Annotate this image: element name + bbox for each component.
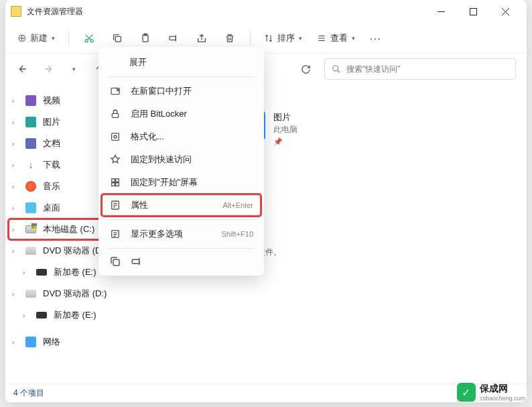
search-box[interactable] <box>324 58 516 80</box>
sort-label: 排序 <box>277 32 295 44</box>
chevron-right-icon: › <box>12 226 21 233</box>
menu-format[interactable]: 格式化... <box>101 125 261 148</box>
shortcut: Alt+Enter <box>222 201 253 209</box>
cut-button[interactable] <box>76 26 103 50</box>
maximize-button[interactable] <box>464 2 482 21</box>
chevron-right-icon: › <box>12 162 21 169</box>
menu-open-new-window[interactable]: 在新窗口中打开 <box>101 80 261 103</box>
context-menu: 展开 在新窗口中打开 启用 BitLocker 格式化... 固定到快速访问 固… <box>98 47 264 276</box>
svg-rect-24 <box>112 179 115 182</box>
sidebar-item-network[interactable]: ›网络 <box>8 331 123 353</box>
tree-label: DVD 驱动器 (D:) <box>43 245 107 257</box>
close-button[interactable] <box>496 2 515 21</box>
chevron-right-icon: › <box>12 290 21 298</box>
svg-rect-26 <box>112 183 115 186</box>
tree-label: 本地磁盘 (C:) <box>43 223 94 235</box>
menu-properties[interactable]: 属性Alt+Enter <box>101 194 261 217</box>
chevron-right-icon: › <box>23 312 32 319</box>
explorer-icon <box>11 6 21 17</box>
titlebar: 文件资源管理器 <box>5 0 527 23</box>
sidebar-item-dvd-d2[interactable]: ›DVD 驱动器 (D:) <box>8 283 123 304</box>
music-icon <box>25 181 36 192</box>
divider <box>68 31 69 46</box>
lock-icon <box>109 108 121 120</box>
watermark-url: zsbaocheng.com <box>480 395 525 402</box>
menu-pin-start[interactable]: 固定到"开始"屏幕 <box>101 171 261 194</box>
svg-rect-25 <box>116 179 119 182</box>
item-name: 图片 <box>273 111 297 123</box>
svg-rect-37 <box>132 259 139 264</box>
sidebar-item-drive-e2[interactable]: ›新加卷 (E:) <box>8 304 123 326</box>
separator <box>107 248 256 249</box>
shortcut: Shift+F10 <box>222 230 253 238</box>
drive-icon <box>36 312 47 318</box>
chevron-down-icon: ▾ <box>52 35 55 42</box>
window-title: 文件资源管理器 <box>27 6 431 17</box>
navbar: ▾ <box>5 54 527 84</box>
chevron-right-icon: › <box>23 269 32 276</box>
new-label: 新建 <box>30 32 48 44</box>
back-button[interactable] <box>12 58 34 80</box>
drive-icon <box>36 269 47 276</box>
tree-label: 新加卷 (E:) <box>54 266 96 278</box>
svg-point-16 <box>333 66 338 71</box>
tree-label: DVD 驱动器 (D:) <box>43 288 107 300</box>
window-icon <box>109 85 121 97</box>
watermark-logo-icon: ✓ <box>457 383 476 402</box>
chevron-right-icon: › <box>12 339 21 346</box>
menu-bitlocker[interactable]: 启用 BitLocker <box>101 103 261 125</box>
svg-rect-8 <box>115 36 121 42</box>
format-icon <box>109 131 121 143</box>
view-button[interactable]: 查看 ▾ <box>310 32 362 44</box>
forward-button[interactable] <box>38 58 59 80</box>
tree-label: 图片 <box>43 116 60 128</box>
tree-label: 下载 <box>43 159 60 171</box>
minimize-button[interactable] <box>431 2 450 21</box>
tree-label: 桌面 <box>43 202 60 214</box>
tree-label: 新加卷 (E:) <box>54 309 96 321</box>
sort-button[interactable]: 排序 ▾ <box>257 32 309 44</box>
svg-rect-27 <box>116 183 119 186</box>
svg-rect-22 <box>112 133 119 141</box>
chevron-down-icon: ▾ <box>352 35 355 42</box>
svg-point-23 <box>114 135 117 138</box>
download-icon: ↓ <box>25 160 36 170</box>
sort-icon <box>264 34 273 43</box>
more-button[interactable]: ··· <box>363 33 389 44</box>
svg-rect-11 <box>170 36 176 40</box>
divider <box>250 31 251 46</box>
desktop-icon <box>25 202 36 213</box>
up-button[interactable]: ▾ <box>63 58 84 80</box>
chevron-down-icon: ▾ <box>299 35 302 42</box>
drive-icon <box>25 225 36 233</box>
item-sub: 此电脑 <box>273 124 297 135</box>
picture-icon <box>25 117 36 127</box>
pin-icon <box>109 154 121 166</box>
new-button[interactable]: ⊕ 新建 ▾ <box>11 27 62 48</box>
chevron-down-icon: ▾ <box>72 66 76 72</box>
view-icon <box>317 34 326 43</box>
refresh-button[interactable] <box>295 58 316 80</box>
copy-icon[interactable] <box>109 255 121 268</box>
svg-rect-36 <box>113 259 119 266</box>
search-icon <box>332 64 341 74</box>
search-input[interactable] <box>346 64 509 74</box>
tree-label: 文档 <box>43 137 60 150</box>
menu-pin-quick-access[interactable]: 固定到快速访问 <box>101 148 261 171</box>
menu-show-more[interactable]: 显示更多选项Shift+F10 <box>101 223 261 245</box>
chevron-right-icon: › <box>12 140 21 148</box>
document-icon <box>25 138 36 149</box>
pin-start-icon <box>109 176 121 188</box>
rename-icon[interactable] <box>131 255 143 268</box>
toolbar: ⊕ 新建 ▾ 排序 ▾ 查看 ▾ ··· <box>5 23 527 54</box>
chevron-right-icon: › <box>12 183 21 190</box>
network-icon <box>25 337 36 347</box>
menu-expand[interactable]: 展开 <box>101 51 261 74</box>
tree-label: 网络 <box>43 336 60 348</box>
tree-label: 视频 <box>43 95 60 107</box>
chevron-right-icon: › <box>12 205 21 212</box>
dvd-icon <box>25 247 36 255</box>
more-icon <box>109 228 121 240</box>
chevron-right-icon: › <box>12 247 21 255</box>
chevron-right-icon: › <box>12 97 21 105</box>
